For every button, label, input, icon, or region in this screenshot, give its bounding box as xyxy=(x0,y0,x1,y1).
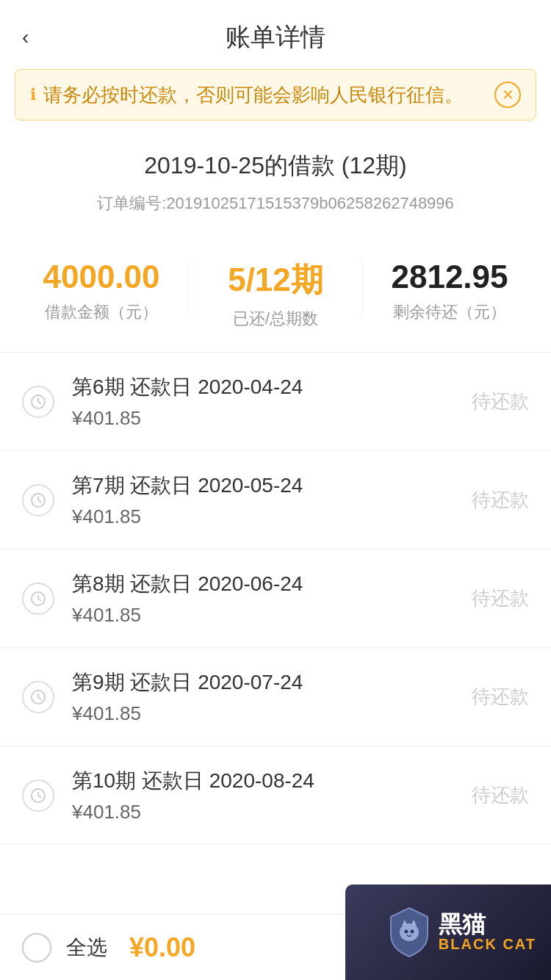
repayment-period-3: 第9期 还款日 2020-07-24 xyxy=(72,669,472,696)
loan-amount-stat: 4000.00 借款金额（元） xyxy=(15,259,188,323)
loan-title: 2019-10-25的借款 (12期) xyxy=(22,150,529,182)
paid-periods-stat: 5/12期 已还/总期数 xyxy=(189,259,362,330)
repayment-amount-2: ¥401.85 xyxy=(72,604,472,627)
repayment-icon-2 xyxy=(22,583,54,615)
repayment-status-2: 待还款 xyxy=(472,586,529,611)
repayment-item[interactable]: 第10期 还款日 2020-08-24 ¥401.85 待还款 xyxy=(0,746,551,845)
black-cat-watermark: 黑猫 BLACK CAT xyxy=(345,884,551,980)
shield-icon xyxy=(387,907,431,958)
svg-line-8 xyxy=(38,599,41,601)
repayment-icon-0 xyxy=(22,386,54,418)
paid-periods-value: 5/12期 xyxy=(189,259,362,302)
repayment-period-2: 第8期 还款日 2020-06-24 xyxy=(72,570,472,598)
svg-point-19 xyxy=(410,930,414,934)
watermark-chinese: 黑猫 xyxy=(439,912,486,936)
header: ‹ 账单详情 xyxy=(0,0,551,69)
order-no-value: 20191025171515379b06258262748996 xyxy=(166,194,454,212)
repayment-amount-0: ¥401.85 xyxy=(72,407,472,430)
repayment-amount-4: ¥401.85 xyxy=(72,801,472,824)
svg-line-2 xyxy=(38,402,41,404)
repayment-info-0: 第6期 还款日 2020-04-24 ¥401.85 xyxy=(72,373,472,430)
repayment-amount-3: ¥401.85 xyxy=(72,702,472,725)
warning-content: ℹ 请务必按时还款，否则可能会影响人民银行征信。 xyxy=(30,82,464,108)
repayment-item[interactable]: 第6期 还款日 2020-04-24 ¥401.85 待还款 xyxy=(0,353,551,451)
remaining-stat: 2812.95 剩余待还（元） xyxy=(363,259,536,323)
repayment-amount-1: ¥401.85 xyxy=(72,505,472,528)
svg-point-15 xyxy=(400,923,419,941)
repayment-period-0: 第6期 还款日 2020-04-24 xyxy=(72,373,472,401)
svg-line-5 xyxy=(38,500,41,502)
warning-text: 请务必按时还款，否则可能会影响人民银行征信。 xyxy=(43,82,464,108)
repayment-period-1: 第7期 还款日 2020-05-24 xyxy=(72,472,472,500)
svg-point-18 xyxy=(404,930,408,934)
repayment-icon-1 xyxy=(22,484,54,516)
repayment-list: 第6期 还款日 2020-04-24 ¥401.85 待还款 第7期 还款日 2… xyxy=(0,353,551,845)
select-all-label: 全选 xyxy=(66,934,107,962)
repayment-info-4: 第10期 还款日 2020-08-24 ¥401.85 xyxy=(72,767,472,824)
warning-banner: ℹ 请务必按时还款，否则可能会影响人民银行征信。 ✕ xyxy=(15,69,536,120)
warning-close-button[interactable]: ✕ xyxy=(494,82,521,108)
remaining-label: 剩余待还（元） xyxy=(363,301,536,323)
repayment-info-3: 第9期 还款日 2020-07-24 ¥401.85 xyxy=(72,669,472,725)
repayment-item[interactable]: 第8期 还款日 2020-06-24 ¥401.85 待还款 xyxy=(0,550,551,648)
repayment-item[interactable]: 第7期 还款日 2020-05-24 ¥401.85 待还款 xyxy=(0,451,551,550)
total-amount: ¥0.00 xyxy=(129,932,195,963)
loan-amount-label: 借款金额（元） xyxy=(15,301,188,323)
select-all-checkbox[interactable] xyxy=(22,933,51,962)
repayment-icon-3 xyxy=(22,681,54,713)
page-title: 账单详情 xyxy=(226,21,325,54)
warning-icon: ℹ xyxy=(30,85,36,104)
svg-line-11 xyxy=(38,697,41,699)
remaining-value: 2812.95 xyxy=(363,259,536,295)
back-button[interactable]: ‹ xyxy=(22,26,29,49)
repayment-info-2: 第8期 还款日 2020-06-24 ¥401.85 xyxy=(72,570,472,627)
loan-amount-value: 4000.00 xyxy=(15,259,188,295)
order-number: 订单编号:20191025171515379b06258262748996 xyxy=(22,192,529,215)
svg-line-14 xyxy=(38,796,41,798)
paid-periods-label: 已还/总期数 xyxy=(189,308,362,330)
watermark-text: 黑猫 BLACK CAT xyxy=(439,912,536,953)
repayment-item[interactable]: 第9期 还款日 2020-07-24 ¥401.85 待还款 xyxy=(0,648,551,746)
repayment-info-1: 第7期 还款日 2020-05-24 ¥401.85 xyxy=(72,472,472,528)
repayment-icon-4 xyxy=(22,779,54,812)
repayment-status-0: 待还款 xyxy=(472,389,529,414)
order-no-prefix: 订单编号: xyxy=(97,194,166,212)
repayment-status-1: 待还款 xyxy=(472,487,529,513)
repayment-status-4: 待还款 xyxy=(472,782,529,808)
loan-summary: 2019-10-25的借款 (12期) 订单编号:201910251715153… xyxy=(0,143,551,237)
watermark-content: 黑猫 BLACK CAT xyxy=(387,907,536,958)
stats-row: 4000.00 借款金额（元） 5/12期 已还/总期数 2812.95 剩余待… xyxy=(0,237,551,353)
watermark-english: BLACK CAT xyxy=(439,936,536,953)
repayment-status-3: 待还款 xyxy=(472,684,529,710)
repayment-period-4: 第10期 还款日 2020-08-24 xyxy=(72,767,472,795)
